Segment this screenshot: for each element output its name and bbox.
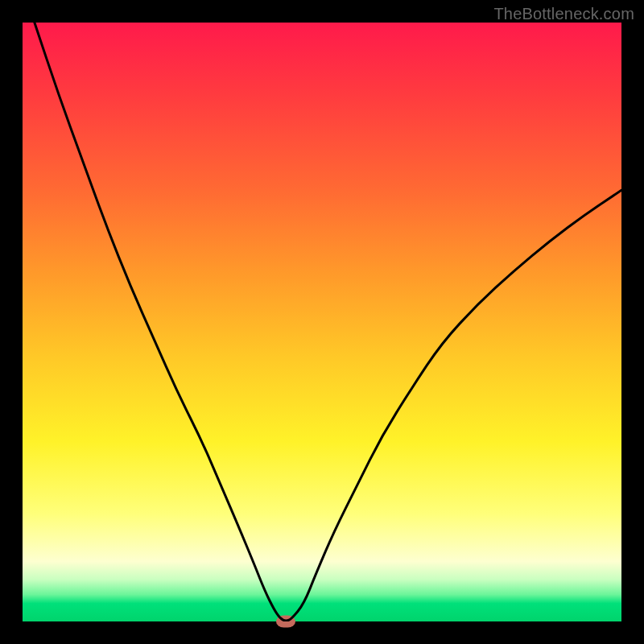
watermark-text: TheBottleneck.com [493,5,634,23]
plot-frame [23,23,621,621]
bottleneck-curve [35,23,621,621]
curve-svg [23,23,621,621]
